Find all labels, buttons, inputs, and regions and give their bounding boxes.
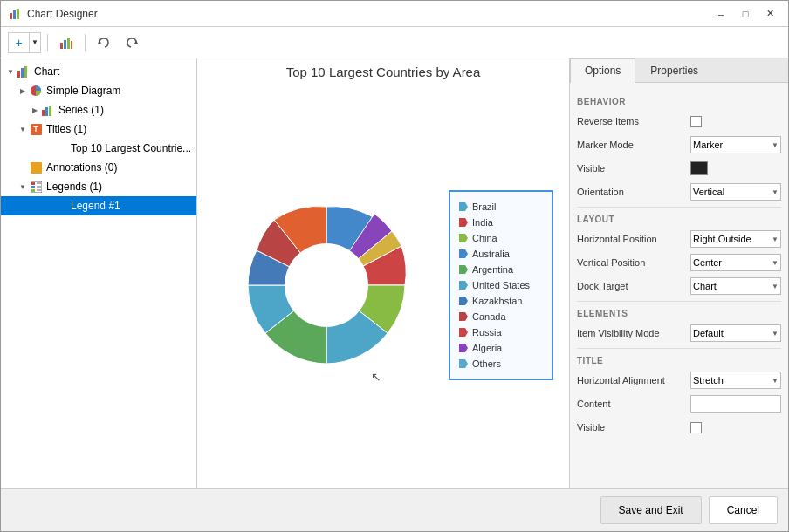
- orientation-select[interactable]: Vertical ▼: [690, 183, 781, 201]
- item-visibility-select[interactable]: Default ▼: [690, 324, 781, 342]
- options-panel: BEHAVIOR Reverse Items Marker Mode Marke…: [570, 83, 788, 488]
- svg-rect-11: [24, 66, 27, 78]
- svg-rect-2: [17, 9, 19, 19]
- visible-label-title: Visible: [577, 422, 690, 433]
- svg-rect-9: [17, 71, 20, 78]
- content-row: Content: [577, 394, 781, 413]
- pie-tree-icon: [29, 84, 43, 98]
- elements-section-header: ELEMENTS: [577, 309, 781, 318]
- toolbar-separator: [47, 34, 48, 51]
- dock-target-value: Chart ▼: [690, 277, 781, 295]
- tab-properties[interactable]: Properties: [635, 58, 713, 82]
- add-main-button[interactable]: +: [8, 32, 29, 53]
- add-dropdown-button[interactable]: ▼: [29, 32, 41, 53]
- toolbar-separator-2: [85, 34, 86, 51]
- svg-rect-14: [45, 107, 48, 116]
- visible-label-behavior: Visible: [577, 163, 690, 174]
- reverse-items-value: [690, 116, 781, 127]
- app-icon: [8, 7, 22, 21]
- legend-item: Others: [459, 356, 543, 372]
- legend-label: Canada: [472, 311, 506, 322]
- horizontal-alignment-select[interactable]: Stretch ▼: [690, 372, 781, 389]
- undo-button[interactable]: [92, 31, 116, 54]
- tree-item-legend1[interactable]: Legend #1: [1, 196, 196, 215]
- tree-item-chart[interactable]: ▼ Chart: [1, 62, 196, 81]
- legend-label: Kazakhstan: [472, 296, 522, 306]
- legend-item: Russia: [459, 324, 543, 340]
- vertical-position-label: Vertical Position: [577, 257, 690, 268]
- legend-label: China: [472, 233, 497, 243]
- svg-rect-3: [60, 43, 63, 49]
- tree-label: Legend #1: [71, 200, 120, 212]
- dock-target-select[interactable]: Chart ▼: [690, 277, 781, 295]
- legend-color: [459, 312, 468, 321]
- legend-item: Algeria: [459, 340, 543, 356]
- tabs-header: Options Properties: [570, 58, 788, 83]
- legend-color: [459, 218, 468, 227]
- legend-label: United States: [472, 280, 530, 290]
- bottom-bar: Save and Exit Cancel: [1, 488, 788, 531]
- tree-item-series[interactable]: ▶ Series (1): [1, 100, 196, 119]
- legend-item: Kazakhstan: [459, 293, 543, 309]
- visible-value-behavior: [690, 161, 781, 175]
- redo-button[interactable]: [120, 31, 144, 54]
- reverse-items-label: Reverse Items: [577, 116, 690, 126]
- tree-label: Chart: [34, 65, 59, 78]
- svg-marker-7: [98, 40, 101, 44]
- legend-item: United States: [459, 277, 543, 293]
- visible-color-swatch[interactable]: [690, 161, 708, 175]
- visible-row-behavior: Visible: [577, 159, 781, 178]
- chart-type-button[interactable]: [54, 31, 79, 54]
- content-input[interactable]: [690, 395, 781, 413]
- annotations-tree-icon: [29, 160, 43, 174]
- maximize-button[interactable]: □: [734, 5, 757, 23]
- horizontal-position-value: Right Outside ▼: [690, 230, 781, 248]
- tree-item-title-text[interactable]: Top 10 Largest Countrie...: [1, 139, 196, 158]
- reverse-items-checkbox[interactable]: [690, 116, 702, 127]
- title-bar: Chart Designer – □ ✕: [1, 1, 788, 27]
- tree-panel: ▼ Chart ▶: [1, 58, 197, 488]
- layout-section-header: LAYOUT: [577, 215, 781, 224]
- save-exit-button[interactable]: Save and Exit: [600, 496, 702, 524]
- vertical-position-select[interactable]: Center ▼: [690, 254, 781, 271]
- legend-color: [459, 249, 468, 258]
- horizontal-position-label: Horizontal Position: [577, 234, 690, 244]
- legend-tree-icon: [29, 180, 43, 194]
- chart-preview-area: Top 10 Largest Countries by Area: [197, 58, 570, 488]
- content-value: [690, 395, 781, 413]
- none-icon: [53, 199, 67, 213]
- minimize-button[interactable]: –: [710, 5, 732, 23]
- close-button[interactable]: ✕: [758, 5, 781, 23]
- orientation-value: Vertical ▼: [690, 183, 781, 201]
- expand-icon: ▼: [17, 181, 29, 193]
- cancel-button[interactable]: Cancel: [709, 496, 778, 524]
- tree-item-annotations[interactable]: Annotations (0): [1, 158, 196, 177]
- tab-options[interactable]: Options: [570, 58, 635, 83]
- svg-point-23: [285, 243, 368, 327]
- expand-icon: [17, 161, 29, 174]
- marker-mode-value: Marker ▼: [690, 136, 781, 153]
- title-visible-checkbox[interactable]: [690, 422, 702, 433]
- tree-item-titles[interactable]: ▼ T Titles (1): [1, 119, 196, 139]
- svg-rect-10: [21, 68, 24, 78]
- visible-row-title: Visible: [577, 418, 781, 437]
- tree-item-legends[interactable]: ▼ Legends (1): [1, 177, 196, 196]
- item-visibility-label: Item Visibility Mode: [577, 328, 690, 338]
- titles-tree-icon: T: [29, 122, 43, 136]
- vertical-position-value: Center ▼: [690, 254, 781, 271]
- legend-color: [459, 328, 468, 337]
- tree-label: Annotations (0): [46, 161, 117, 174]
- legend-color: [459, 359, 468, 368]
- divider-2: [577, 301, 781, 302]
- horizontal-position-select[interactable]: Right Outside ▼: [690, 230, 781, 248]
- item-visibility-row: Item Visibility Mode Default ▼: [577, 324, 781, 343]
- svg-rect-17: [31, 182, 35, 185]
- legend-label: Russia: [472, 327, 502, 338]
- marker-mode-select[interactable]: Marker ▼: [690, 136, 781, 153]
- legend-item: India: [459, 215, 543, 230]
- tree-item-simple-diagram[interactable]: ▶ Simple Diagram: [1, 81, 196, 100]
- tree-label: Series (1): [58, 104, 104, 116]
- chart-title: Top 10 Largest Countries by Area: [286, 65, 481, 79]
- tree-label: Top 10 Largest Countrie...: [71, 142, 191, 154]
- legend-item: Argentina: [459, 262, 543, 277]
